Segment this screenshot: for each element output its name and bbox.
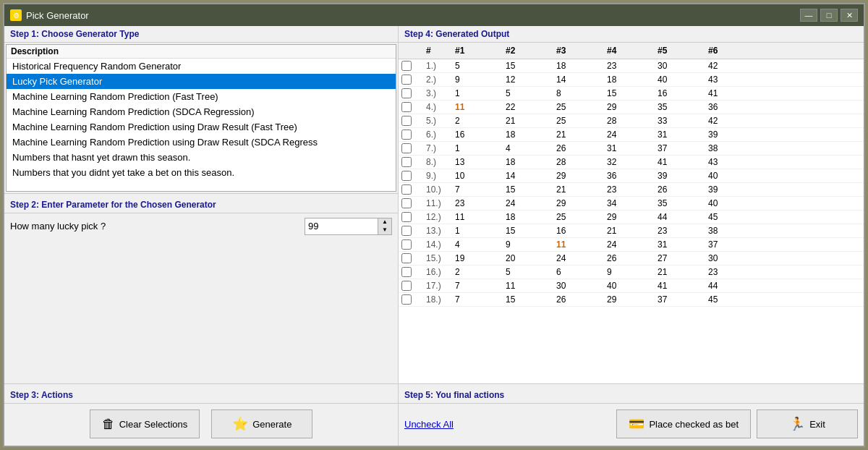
row-checkbox-3[interactable] xyxy=(401,102,412,112)
row-cell-2: 29 xyxy=(553,170,604,182)
table-row: 13.) 11516212338 xyxy=(399,224,864,238)
row-number: 13.) xyxy=(423,225,452,237)
row-checkbox-13[interactable] xyxy=(401,239,412,250)
row-cell-1: 11 xyxy=(503,280,553,292)
row-cell-0: 10 xyxy=(452,170,503,182)
step3-label: Step 3: Actions xyxy=(4,387,398,404)
row-number: 9.) xyxy=(423,170,452,182)
row-number: 10.) xyxy=(423,184,452,195)
list-item-2[interactable]: Machine Learning Random Prediction (Fast… xyxy=(7,89,396,104)
step5-label: Step 5: You final actions xyxy=(399,387,864,404)
exit-button[interactable]: 🏃 Exit xyxy=(757,409,858,438)
close-button[interactable]: ✕ xyxy=(841,9,858,22)
row-cell-1: 15 xyxy=(503,60,553,72)
row-checkbox-8[interactable] xyxy=(401,171,412,181)
row-cell-3: 28 xyxy=(604,115,655,127)
row-cell-5: 38 xyxy=(705,143,756,154)
row-checkbox-10[interactable] xyxy=(401,198,412,208)
list-item-7[interactable]: Numbers that you didnt yet take a bet on… xyxy=(7,165,396,180)
row-cell-4: 37 xyxy=(655,294,705,305)
row-cell-3: 24 xyxy=(604,129,655,140)
row-checkbox-11[interactable] xyxy=(401,212,412,222)
row-checkbox-5[interactable] xyxy=(401,130,412,140)
clear-icon: 🗑 xyxy=(102,417,115,432)
list-item-5[interactable]: Machine Learning Random Prediction using… xyxy=(7,135,396,150)
content-area: Step 1: Choose Generator Type Descriptio… xyxy=(4,26,864,446)
table-row: 10.) 71521232639 xyxy=(399,183,864,197)
output-body[interactable]: 1.) 51518233042 2.) 91214184043 3.) 1581… xyxy=(399,59,864,383)
table-row: 18.) 71526293745 xyxy=(399,293,864,307)
generator-list-box[interactable]: Historical Frequency Random GeneratorLuc… xyxy=(7,59,396,192)
row-checkbox-1[interactable] xyxy=(401,75,412,85)
table-row: 4.) 112225293536 xyxy=(399,101,864,114)
row-checkbox-4[interactable] xyxy=(401,116,412,126)
row-checkbox-6[interactable] xyxy=(401,143,412,153)
row-cell-3: 21 xyxy=(604,225,655,237)
row-checkbox-12[interactable] xyxy=(401,226,412,236)
spinner-up-button[interactable]: ▲ xyxy=(378,218,391,226)
table-row: 6.) 161821243139 xyxy=(399,128,864,142)
row-cell-2: 25 xyxy=(553,115,604,127)
row-checkbox-2[interactable] xyxy=(401,88,412,98)
row-cell-5: 42 xyxy=(705,60,756,72)
row-checkbox-7[interactable] xyxy=(401,157,412,167)
row-cell-4: 26 xyxy=(655,184,705,195)
row-cell-1: 18 xyxy=(503,156,553,168)
clear-selections-button[interactable]: 🗑 Clear Selections xyxy=(90,409,200,438)
lucky-pick-input[interactable] xyxy=(305,218,378,234)
row-cell-4: 16 xyxy=(655,88,705,99)
list-item-3[interactable]: Machine Learning Random Prediction (SDCA… xyxy=(7,104,396,119)
row-checkbox-9[interactable] xyxy=(401,184,412,195)
uncheck-all-link[interactable]: Uncheck All xyxy=(404,419,454,430)
row-cell-4: 37 xyxy=(655,143,705,154)
place-bet-button[interactable]: 💳 Place checked as bet xyxy=(616,409,751,438)
row-number: 17.) xyxy=(423,280,452,292)
row-cell-4: 41 xyxy=(655,156,705,168)
row-cell-4: 21 xyxy=(655,266,705,278)
list-item-0[interactable]: Historical Frequency Random Generator xyxy=(7,59,396,74)
list-item-6[interactable]: Numbers that hasnt yet drawn this season… xyxy=(7,150,396,165)
generate-button[interactable]: ⭐ Generate xyxy=(211,409,312,438)
col-6: #6 xyxy=(705,44,756,57)
spinner-down-button[interactable]: ▼ xyxy=(378,226,391,234)
row-cell-3: 15 xyxy=(604,88,655,99)
row-checkbox-16[interactable] xyxy=(401,281,412,291)
row-cell-0: 7 xyxy=(452,280,503,292)
step3-area: Step 3: Actions 🗑 Clear Selections ⭐ Gen… xyxy=(4,383,398,446)
clear-label: Clear Selections xyxy=(119,419,188,430)
row-cell-1: 14 xyxy=(503,170,553,182)
row-cell-1: 20 xyxy=(503,252,553,264)
row-cell-2: 28 xyxy=(553,156,604,168)
row-cell-0: 1 xyxy=(452,143,503,154)
list-item-4[interactable]: Machine Learning Random Prediction using… xyxy=(7,119,396,135)
row-cell-3: 24 xyxy=(604,239,655,250)
row-cell-4: 39 xyxy=(655,170,705,182)
list-item-1[interactable]: Lucky Pick Generator xyxy=(7,74,396,89)
minimize-button[interactable]: — xyxy=(800,9,817,22)
row-number: 7.) xyxy=(423,143,452,154)
row-number: 3.) xyxy=(423,88,452,99)
row-cell-2: 30 xyxy=(553,280,604,292)
row-checkbox-15[interactable] xyxy=(401,267,412,277)
row-cell-5: 23 xyxy=(705,266,756,278)
row-number: 5.) xyxy=(423,115,452,127)
row-cell-5: 40 xyxy=(705,170,756,182)
row-cell-2: 16 xyxy=(553,225,604,237)
row-cell-0: 2 xyxy=(452,266,503,278)
row-cell-1: 15 xyxy=(503,294,553,305)
row-number: 12.) xyxy=(423,211,452,223)
row-number: 6.) xyxy=(423,129,452,140)
maximize-button[interactable]: □ xyxy=(820,9,838,22)
table-row: 14.) 4911243137 xyxy=(399,238,864,252)
table-row: 5.) 22125283342 xyxy=(399,114,864,128)
row-checkbox-14[interactable] xyxy=(401,253,412,263)
row-checkbox-17[interactable] xyxy=(401,294,412,305)
row-cell-2: 21 xyxy=(553,184,604,195)
row-cell-3: 31 xyxy=(604,143,655,154)
left-spacer xyxy=(4,238,398,384)
step2-row: How many lucky pick ? ▲ ▼ xyxy=(10,218,392,235)
row-cell-2: 25 xyxy=(553,101,604,113)
table-row: 9.) 101429363940 xyxy=(399,169,864,183)
row-cell-2: 18 xyxy=(553,60,604,72)
row-checkbox-0[interactable] xyxy=(401,61,412,71)
